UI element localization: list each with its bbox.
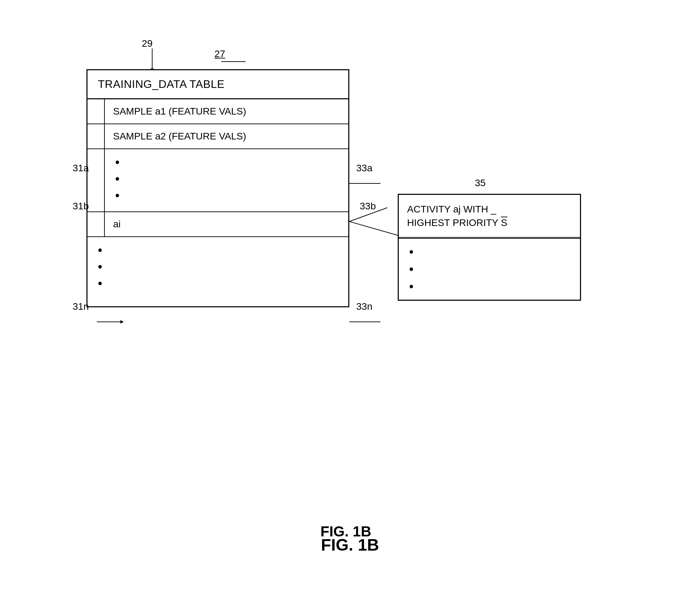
table-row-ai: ai	[88, 212, 348, 237]
row-a1-content: SAMPLE a1 (FEATURE VALS)	[105, 99, 348, 124]
ref-35: 35	[475, 178, 486, 189]
dot-b2: •	[98, 261, 338, 273]
ref-29: 29	[142, 38, 153, 49]
dots-section-middle: • • •	[88, 149, 348, 212]
ref-31b: 31b	[73, 201, 89, 212]
row-ai-left	[88, 212, 105, 236]
dot-2: •	[115, 173, 338, 185]
activity-dot-2: •	[409, 263, 570, 275]
ref-31a: 31a	[73, 163, 89, 174]
dot-3: •	[115, 189, 338, 202]
row-ai-content: ai	[105, 212, 348, 236]
svg-line-3	[349, 221, 398, 235]
activity-title: ACTIVITY aj WITH _HIGHEST PRIORITY S	[399, 195, 580, 239]
activity-title-text: ACTIVITY aj WITH _HIGHEST PRIORITY S	[407, 202, 507, 229]
svg-marker-9	[120, 320, 124, 324]
row-a2-left	[88, 124, 105, 148]
table-title: TRAINING_DATA TABLE	[88, 70, 348, 99]
table-row-a1: SAMPLE a1 (FEATURE VALS)	[88, 99, 348, 124]
ref-33n: 33n	[356, 301, 372, 312]
dots-left-cell	[88, 149, 105, 211]
ref-33b: 33b	[360, 201, 376, 212]
ref-31n: 31n	[73, 301, 89, 312]
dots-content-middle: • • •	[105, 149, 348, 211]
activity-dots: • • •	[399, 239, 580, 300]
activity-dot-3: •	[409, 280, 570, 293]
row-a1-left	[88, 99, 105, 124]
dot-b3: •	[98, 277, 338, 290]
dot-1: •	[115, 156, 338, 169]
diagram-container: 27 29 TRAINING_DATA TABLE SAMPLE a1 (FEA…	[52, 28, 640, 547]
row-a2-content: SAMPLE a2 (FEATURE VALS)	[105, 124, 348, 148]
dots-section-bottom: • • •	[88, 237, 348, 306]
fig-caption-main: FIG. 1B	[321, 535, 379, 554]
dot-b1: •	[98, 244, 338, 256]
training-data-table: TRAINING_DATA TABLE SAMPLE a1 (FEATURE V…	[86, 69, 349, 307]
ref-33a: 33a	[356, 163, 372, 174]
activity-box: 35 ACTIVITY aj WITH _HIGHEST PRIORITY S …	[398, 194, 581, 301]
ref-27: 27	[214, 48, 225, 60]
table-row-a2: SAMPLE a2 (FEATURE VALS)	[88, 124, 348, 149]
activity-dot-1: •	[409, 246, 570, 258]
